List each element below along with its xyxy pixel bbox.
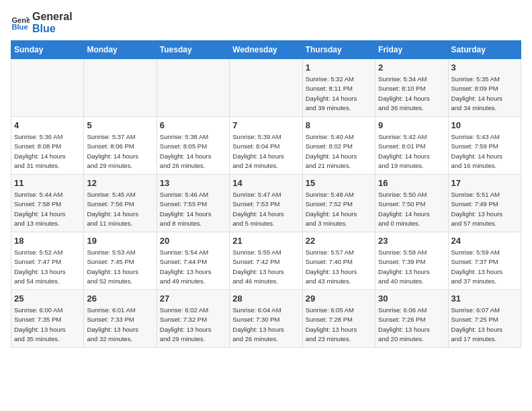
day-cell: 28Sunrise: 6:04 AM Sunset: 7:30 PM Dayli… <box>230 290 302 348</box>
day-cell: 14Sunrise: 5:47 AM Sunset: 7:53 PM Dayli… <box>230 175 302 232</box>
header-thursday: Thursday <box>302 41 375 59</box>
day-info: Sunrise: 5:54 AM Sunset: 7:44 PM Dayligh… <box>160 248 226 286</box>
week-row-5: 25Sunrise: 6:00 AM Sunset: 7:35 PM Dayli… <box>11 290 521 348</box>
day-number: 28 <box>232 293 299 304</box>
day-info: Sunrise: 5:43 AM Sunset: 7:59 PM Dayligh… <box>451 132 518 171</box>
day-cell: 12Sunrise: 5:45 AM Sunset: 7:56 PM Dayli… <box>84 175 157 232</box>
header-monday: Monday <box>84 41 157 59</box>
day-info: Sunrise: 5:59 AM Sunset: 7:37 PM Dayligh… <box>451 248 518 286</box>
day-cell: 6Sunrise: 5:38 AM Sunset: 8:05 PM Daylig… <box>157 117 229 175</box>
day-cell: 15Sunrise: 5:48 AM Sunset: 7:52 PM Dayli… <box>302 175 375 232</box>
day-info: Sunrise: 6:01 AM Sunset: 7:33 PM Dayligh… <box>87 306 153 344</box>
day-cell: 23Sunrise: 5:58 AM Sunset: 7:39 PM Dayli… <box>375 232 448 290</box>
week-row-2: 4Sunrise: 5:36 AM Sunset: 8:08 PM Daylig… <box>11 117 521 175</box>
day-cell <box>84 59 157 117</box>
header-wednesday: Wednesday <box>230 41 302 59</box>
svg-text:Blue: Blue <box>11 23 28 31</box>
calendar-header-row: SundayMondayTuesdayWednesdayThursdayFrid… <box>11 41 521 59</box>
calendar-table: SundayMondayTuesdayWednesdayThursdayFrid… <box>11 40 521 348</box>
day-cell <box>11 59 84 117</box>
logo: General Blue General Blue <box>11 11 73 35</box>
header-friday: Friday <box>375 41 448 59</box>
day-number: 24 <box>451 236 518 246</box>
day-number: 3 <box>451 62 518 73</box>
day-cell: 10Sunrise: 5:43 AM Sunset: 7:59 PM Dayli… <box>448 117 521 175</box>
day-number: 21 <box>232 236 299 246</box>
day-info: Sunrise: 5:55 AM Sunset: 7:42 PM Dayligh… <box>232 248 299 286</box>
day-cell: 30Sunrise: 6:06 AM Sunset: 7:26 PM Dayli… <box>375 290 448 348</box>
day-number: 19 <box>87 236 153 246</box>
day-number: 13 <box>160 178 226 188</box>
day-number: 4 <box>14 120 81 130</box>
day-number: 29 <box>306 293 372 304</box>
day-cell: 27Sunrise: 6:02 AM Sunset: 7:32 PM Dayli… <box>157 290 229 348</box>
day-cell: 1Sunrise: 5:32 AM Sunset: 8:11 PM Daylig… <box>302 59 375 117</box>
header-saturday: Saturday <box>448 41 521 59</box>
day-number: 11 <box>14 178 81 188</box>
day-cell <box>157 59 229 117</box>
day-info: Sunrise: 6:00 AM Sunset: 7:35 PM Dayligh… <box>14 306 81 344</box>
day-cell: 29Sunrise: 6:05 AM Sunset: 7:28 PM Dayli… <box>302 290 375 348</box>
day-cell: 20Sunrise: 5:54 AM Sunset: 7:44 PM Dayli… <box>157 232 229 290</box>
day-cell <box>230 59 302 117</box>
week-row-1: 1Sunrise: 5:32 AM Sunset: 8:11 PM Daylig… <box>11 59 521 117</box>
day-info: Sunrise: 5:52 AM Sunset: 7:47 PM Dayligh… <box>14 248 81 286</box>
day-cell: 9Sunrise: 5:42 AM Sunset: 8:01 PM Daylig… <box>375 117 448 175</box>
day-number: 7 <box>232 120 299 130</box>
day-info: Sunrise: 5:50 AM Sunset: 7:50 PM Dayligh… <box>378 190 445 228</box>
day-cell: 26Sunrise: 6:01 AM Sunset: 7:33 PM Dayli… <box>84 290 157 348</box>
day-cell: 22Sunrise: 5:57 AM Sunset: 7:40 PM Dayli… <box>302 232 375 290</box>
week-row-3: 11Sunrise: 5:44 AM Sunset: 7:58 PM Dayli… <box>11 175 521 232</box>
day-info: Sunrise: 5:51 AM Sunset: 7:49 PM Dayligh… <box>451 190 518 228</box>
day-info: Sunrise: 5:39 AM Sunset: 8:04 PM Dayligh… <box>232 132 299 171</box>
day-cell: 2Sunrise: 5:34 AM Sunset: 8:10 PM Daylig… <box>375 59 448 117</box>
day-info: Sunrise: 6:07 AM Sunset: 7:25 PM Dayligh… <box>451 306 518 344</box>
day-number: 16 <box>378 178 445 188</box>
day-info: Sunrise: 6:02 AM Sunset: 7:32 PM Dayligh… <box>160 306 226 344</box>
day-number: 30 <box>378 293 445 304</box>
logo-text-general: General <box>32 11 73 23</box>
day-info: Sunrise: 5:46 AM Sunset: 7:55 PM Dayligh… <box>160 190 226 228</box>
day-number: 17 <box>451 178 518 188</box>
day-info: Sunrise: 5:45 AM Sunset: 7:56 PM Dayligh… <box>87 190 153 228</box>
day-number: 31 <box>451 293 518 304</box>
day-cell: 16Sunrise: 5:50 AM Sunset: 7:50 PM Dayli… <box>375 175 448 232</box>
day-info: Sunrise: 5:42 AM Sunset: 8:01 PM Dayligh… <box>378 132 445 171</box>
day-number: 9 <box>378 120 445 130</box>
header-tuesday: Tuesday <box>157 41 229 59</box>
day-cell: 31Sunrise: 6:07 AM Sunset: 7:25 PM Dayli… <box>448 290 521 348</box>
day-info: Sunrise: 5:32 AM Sunset: 8:11 PM Dayligh… <box>306 75 372 113</box>
day-number: 5 <box>87 120 153 130</box>
day-number: 25 <box>14 293 81 304</box>
day-cell: 17Sunrise: 5:51 AM Sunset: 7:49 PM Dayli… <box>448 175 521 232</box>
day-info: Sunrise: 5:48 AM Sunset: 7:52 PM Dayligh… <box>306 190 372 228</box>
day-number: 14 <box>232 178 299 188</box>
logo-icon: General Blue <box>11 13 30 32</box>
day-info: Sunrise: 5:40 AM Sunset: 8:02 PM Dayligh… <box>306 132 372 171</box>
day-info: Sunrise: 5:38 AM Sunset: 8:05 PM Dayligh… <box>160 132 226 171</box>
day-number: 12 <box>87 178 153 188</box>
day-number: 22 <box>306 236 372 246</box>
day-number: 23 <box>378 236 445 246</box>
day-cell: 7Sunrise: 5:39 AM Sunset: 8:04 PM Daylig… <box>230 117 302 175</box>
day-info: Sunrise: 5:36 AM Sunset: 8:08 PM Dayligh… <box>14 132 81 171</box>
day-number: 2 <box>378 62 445 73</box>
day-cell: 19Sunrise: 5:53 AM Sunset: 7:45 PM Dayli… <box>84 232 157 290</box>
day-info: Sunrise: 6:06 AM Sunset: 7:26 PM Dayligh… <box>378 306 445 344</box>
day-info: Sunrise: 5:37 AM Sunset: 8:06 PM Dayligh… <box>87 132 153 171</box>
day-cell: 11Sunrise: 5:44 AM Sunset: 7:58 PM Dayli… <box>11 175 84 232</box>
day-number: 8 <box>306 120 372 130</box>
day-cell: 18Sunrise: 5:52 AM Sunset: 7:47 PM Dayli… <box>11 232 84 290</box>
day-number: 10 <box>451 120 518 130</box>
day-number: 26 <box>87 293 153 304</box>
day-cell: 25Sunrise: 6:00 AM Sunset: 7:35 PM Dayli… <box>11 290 84 348</box>
day-info: Sunrise: 5:57 AM Sunset: 7:40 PM Dayligh… <box>306 248 372 286</box>
day-number: 15 <box>306 178 372 188</box>
day-number: 27 <box>160 293 226 304</box>
day-info: Sunrise: 5:34 AM Sunset: 8:10 PM Dayligh… <box>378 75 445 113</box>
day-cell: 8Sunrise: 5:40 AM Sunset: 8:02 PM Daylig… <box>302 117 375 175</box>
day-number: 20 <box>160 236 226 246</box>
day-cell: 5Sunrise: 5:37 AM Sunset: 8:06 PM Daylig… <box>84 117 157 175</box>
day-cell: 21Sunrise: 5:55 AM Sunset: 7:42 PM Dayli… <box>230 232 302 290</box>
day-info: Sunrise: 6:05 AM Sunset: 7:28 PM Dayligh… <box>306 306 372 344</box>
